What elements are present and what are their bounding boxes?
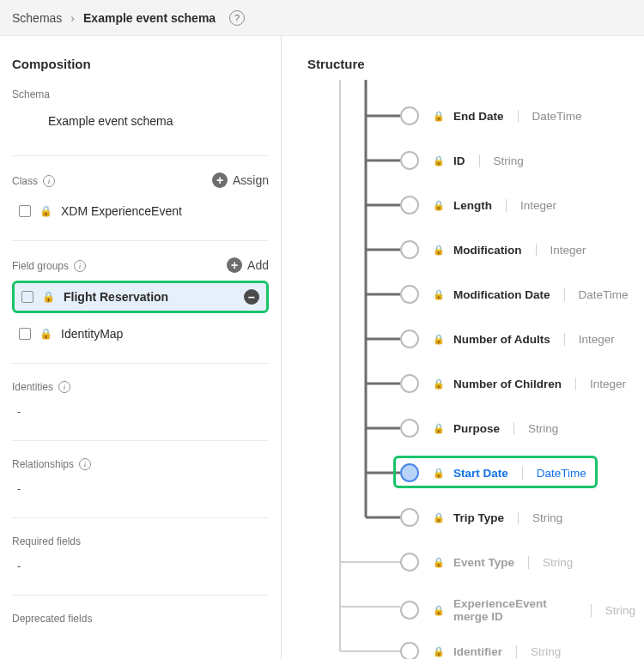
field-node[interactable]: 🔒Start DateDateTime bbox=[400, 463, 586, 482]
node-handle-icon bbox=[400, 106, 419, 125]
field-node[interactable]: 🔒Event TypeString bbox=[400, 553, 573, 571]
field-node[interactable]: 🔒PurposeString bbox=[400, 419, 558, 438]
fieldgroup-item-flight-reservation[interactable]: 🔒 Flight Reservation – bbox=[12, 281, 269, 313]
class-item[interactable]: 🔒 XDM ExperienceEvent bbox=[12, 196, 269, 227]
checkbox[interactable] bbox=[19, 205, 31, 217]
node-handle-icon bbox=[400, 642, 419, 659]
plus-icon: + bbox=[212, 172, 228, 188]
divider bbox=[564, 288, 565, 301]
field-name: End Date bbox=[453, 110, 504, 123]
composition-panel: Composition Schema Example event schema … bbox=[0, 36, 282, 659]
lock-icon: 🔒 bbox=[433, 646, 445, 657]
field-name: ID bbox=[453, 154, 465, 167]
divider bbox=[518, 110, 519, 123]
divider bbox=[479, 154, 480, 167]
schema-name[interactable]: Example event schema bbox=[12, 104, 269, 142]
node-handle-icon bbox=[400, 196, 419, 215]
info-icon[interactable]: i bbox=[43, 175, 55, 187]
node-handle-icon bbox=[400, 240, 419, 259]
lock-icon: 🔒 bbox=[433, 155, 445, 166]
field-type: DateTime bbox=[537, 467, 586, 480]
divider bbox=[536, 244, 537, 257]
divider bbox=[518, 511, 519, 524]
relationships-value: - bbox=[12, 474, 269, 504]
field-name: Purpose bbox=[453, 422, 500, 435]
field-type: String bbox=[531, 645, 561, 658]
remove-icon[interactable]: – bbox=[244, 289, 259, 305]
info-icon[interactable]: i bbox=[58, 381, 70, 393]
identities-label: Identities i bbox=[12, 376, 269, 396]
node-handle-icon bbox=[400, 285, 419, 304]
node-handle-icon bbox=[400, 601, 419, 620]
fieldgroup-item-identitymap[interactable]: 🔒 IdentityMap bbox=[12, 318, 269, 349]
lock-icon: 🔒 bbox=[433, 289, 445, 300]
divider bbox=[513, 422, 514, 435]
field-node[interactable]: 🔒End DateDateTime bbox=[400, 106, 582, 125]
field-node[interactable]: 🔒LengthInteger bbox=[400, 196, 556, 215]
schema-label: Schema bbox=[12, 83, 269, 104]
breadcrumb-current: Example event schema bbox=[83, 11, 216, 25]
divider bbox=[516, 645, 517, 658]
field-type: DateTime bbox=[579, 288, 629, 301]
chevron-right-icon: › bbox=[70, 11, 75, 25]
field-node[interactable]: 🔒Trip TypeString bbox=[400, 508, 562, 527]
field-node[interactable]: 🔒Modification DateDateTime bbox=[400, 285, 629, 304]
lock-icon: 🔒 bbox=[433, 557, 445, 568]
field-type: Integer bbox=[579, 333, 615, 346]
divider bbox=[528, 556, 529, 569]
lock-icon: 🔒 bbox=[433, 378, 445, 390]
field-type: Integer bbox=[550, 244, 586, 257]
field-type: Integer bbox=[590, 378, 626, 390]
checkbox[interactable] bbox=[21, 291, 33, 303]
divider bbox=[575, 378, 576, 390]
divider bbox=[12, 240, 269, 241]
node-handle-icon bbox=[400, 508, 419, 527]
field-name: Modification bbox=[453, 244, 522, 257]
lock-icon: 🔒 bbox=[433, 423, 445, 434]
field-name: Number of Children bbox=[453, 378, 562, 390]
field-name: Identifier bbox=[453, 645, 502, 658]
field-node[interactable]: 🔒Number of AdultsInteger bbox=[400, 330, 615, 348]
node-handle-icon bbox=[400, 419, 419, 438]
lock-icon: 🔒 bbox=[39, 328, 52, 340]
structure-title: Structure bbox=[307, 57, 635, 71]
lock-icon: 🔒 bbox=[433, 334, 445, 345]
lock-icon: 🔒 bbox=[433, 605, 445, 616]
fieldgroups-label: Field groups i bbox=[12, 255, 86, 275]
structure-panel: Structure 🔒End DateDateTime🔒IDString🔒Len… bbox=[282, 36, 644, 659]
lock-icon: 🔒 bbox=[433, 111, 445, 122]
class-label: Class i bbox=[12, 170, 55, 190]
divider bbox=[12, 595, 269, 596]
checkbox[interactable] bbox=[19, 328, 31, 340]
field-node[interactable]: 🔒ExperienceEvent merge IDString bbox=[400, 597, 635, 623]
lock-icon: 🔒 bbox=[433, 512, 445, 523]
divider bbox=[522, 467, 523, 480]
field-name: ExperienceEvent merge ID bbox=[453, 597, 577, 623]
lock-icon: 🔒 bbox=[433, 245, 445, 256]
field-type: String bbox=[528, 422, 558, 435]
field-node[interactable]: 🔒Number of ChildrenInteger bbox=[400, 374, 626, 393]
field-name: Event Type bbox=[453, 556, 514, 569]
breadcrumb-root[interactable]: Schemas bbox=[12, 11, 62, 25]
composition-title: Composition bbox=[12, 57, 269, 71]
divider bbox=[12, 517, 269, 518]
field-name: Start Date bbox=[453, 467, 508, 480]
required-label: Required fields bbox=[12, 530, 269, 551]
help-icon[interactable]: ? bbox=[229, 10, 245, 26]
lock-icon: 🔒 bbox=[42, 291, 55, 303]
assign-class-button[interactable]: + Assign bbox=[212, 172, 269, 188]
breadcrumb: Schemas › Example event schema ? bbox=[0, 0, 644, 36]
info-icon[interactable]: i bbox=[74, 260, 86, 272]
divider bbox=[591, 604, 592, 617]
lock-icon: 🔒 bbox=[433, 200, 445, 211]
field-node[interactable]: 🔒IDString bbox=[400, 151, 524, 170]
field-type: Integer bbox=[520, 199, 556, 212]
field-type: String bbox=[605, 604, 635, 617]
add-fieldgroup-button[interactable]: + Add bbox=[227, 257, 269, 273]
field-name: Number of Adults bbox=[453, 333, 550, 346]
field-type: String bbox=[532, 511, 562, 524]
node-handle-icon bbox=[400, 553, 419, 571]
info-icon[interactable]: i bbox=[79, 458, 91, 470]
field-node[interactable]: 🔒ModificationInteger bbox=[400, 240, 586, 259]
field-node[interactable]: 🔒IdentifierString bbox=[400, 642, 561, 659]
